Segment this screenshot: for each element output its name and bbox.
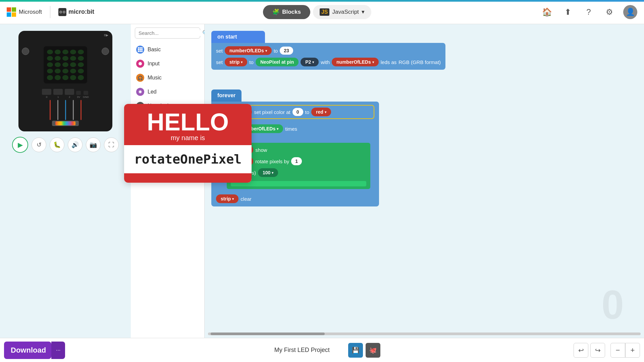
led-3-2 [62, 69, 68, 73]
strip-label-1: strip [229, 59, 239, 65]
github-button[interactable]: 🐙 [366, 343, 380, 358]
pin-row: 0 1 2 3V GND [42, 89, 89, 99]
sound-button[interactable]: 🔊 [68, 137, 83, 152]
redo-button[interactable]: ↪ [590, 343, 605, 358]
input-label: Input [148, 61, 160, 67]
led-4-0 [47, 75, 53, 80]
microbit-logo[interactable]: micro:bit [58, 8, 94, 16]
debug-button[interactable]: 🐛 [50, 137, 64, 152]
home-button[interactable]: 🏠 [540, 5, 554, 19]
num-leds-dropdown2[interactable]: numberOfLEDs ▾ [332, 58, 379, 66]
on-start-body: set numberOfLEDs ▾ to 23 set strip ▾ [211, 43, 445, 70]
user-icon: 👤 [626, 8, 635, 16]
top-navigation: Microsoft micro:bit 🧩 Blocks JS JavaScri… [0, 0, 644, 24]
pin-dropdown[interactable]: P2 ▾ [301, 58, 319, 66]
download-more-button[interactable]: ··· [51, 342, 65, 359]
svg-rect-14 [141, 49, 143, 50]
mb-b-label: B▶ [104, 34, 108, 37]
main-content: B▶ [0, 24, 644, 338]
led-0-2 [62, 50, 68, 54]
led-1-0 [47, 56, 53, 61]
color-dropdown[interactable]: red ▾ [311, 108, 331, 116]
neopixel-at-pin-block[interactable]: NeoPixel at pin [256, 58, 299, 66]
svg-rect-17 [141, 51, 143, 52]
led-2-0 [47, 62, 53, 67]
num-leds-arrow: ▾ [372, 60, 374, 64]
led-1-2 [62, 56, 68, 61]
number-of-leds-label: numberOfLEDs [229, 48, 264, 53]
strip-dropdown-1[interactable]: strip ▾ [225, 58, 247, 66]
zoom-out-button[interactable]: − [610, 343, 625, 358]
led-2-4 [78, 62, 84, 67]
red-color-label: red [316, 109, 323, 115]
pin-3v-col: 3V [76, 91, 81, 99]
save-button[interactable]: 💾 [348, 343, 363, 358]
svg-rect-11 [141, 47, 143, 49]
search-input[interactable] [139, 30, 202, 36]
blocks-tab-button[interactable]: 🧩 Blocks [263, 5, 310, 19]
pin-0 [42, 89, 51, 95]
strip-clear-dropdown[interactable]: strip ▾ [216, 194, 238, 203]
palette-item-basic[interactable]: Basic [131, 43, 204, 57]
led-1-4 [78, 56, 84, 61]
microbit-icon [58, 8, 66, 16]
on-start-header: on start [211, 31, 265, 43]
fullscreen-icon: ⛶ [108, 141, 114, 148]
pin-2-col: 2 [65, 89, 74, 99]
mb-right-btn[interactable] [102, 48, 109, 55]
restart-button[interactable]: ↺ [32, 137, 46, 152]
canvas-scrollbar-thumb[interactable] [211, 333, 325, 335]
canvas-scrollbar[interactable] [208, 333, 641, 335]
to-label-2: to [249, 59, 254, 65]
more-dots-icon: ··· [56, 347, 60, 353]
wire-red2 [80, 100, 82, 120]
clear-row: strip ▾ clear [216, 194, 374, 203]
led-4-3 [70, 75, 76, 80]
blocks-canvas[interactable]: on start set numberOfLEDs ▾ to 23 [205, 24, 644, 338]
number-of-leds-dropdown[interactable]: numberOfLEDs ▾ [225, 46, 272, 55]
set-label-2: set [216, 59, 223, 65]
simulator-panel: B▶ [0, 24, 131, 338]
svg-rect-13 [140, 49, 141, 50]
settings-button[interactable]: ⚙ [602, 5, 616, 19]
screenshot-button[interactable]: 📷 [86, 137, 101, 152]
download-area: Download ··· [4, 342, 65, 359]
leds-as-label: leds as [381, 59, 397, 65]
wire-gray2 [73, 100, 74, 120]
svg-rect-9 [138, 47, 139, 49]
pin-2 [65, 89, 74, 95]
play-button[interactable]: ▶ [12, 137, 28, 153]
mb-left-btn[interactable] [22, 48, 29, 55]
palette-item-input[interactable]: Input [131, 57, 204, 71]
palette-item-music[interactable]: 🎧 Music [131, 71, 204, 85]
on-start-label: on start [217, 34, 237, 40]
led-3-4 [78, 69, 84, 73]
download-button[interactable]: Download [4, 342, 51, 359]
javascript-tab-button[interactable]: JS JavaScript ▾ [313, 5, 371, 19]
fullscreen-button[interactable]: ⛶ [104, 137, 119, 152]
blocks-puzzle-icon: 🧩 [272, 8, 279, 15]
music-label: Music [148, 75, 162, 81]
undo-button[interactable]: ↩ [574, 343, 588, 358]
search-bar: 🔍 [135, 27, 200, 39]
zoom-in-button[interactable]: + [625, 343, 640, 358]
help-button[interactable]: ? [582, 5, 596, 19]
rotate-value[interactable]: 1 [291, 157, 302, 165]
svg-rect-12 [138, 49, 139, 50]
leds-count-value[interactable]: 23 [280, 47, 293, 55]
project-name-input[interactable] [258, 347, 345, 354]
palette-item-led[interactable]: Led [131, 85, 204, 99]
hello-badge-bottom [124, 173, 252, 183]
pixel-index-value[interactable]: 0 [292, 108, 303, 116]
microsoft-label: Microsoft [19, 9, 42, 15]
microsoft-logo[interactable]: Microsoft [7, 7, 42, 17]
pause-value-dropdown[interactable]: 100 ▾ [258, 168, 278, 177]
user-avatar-button[interactable]: 👤 [623, 5, 637, 19]
hello-badge-top: HELLO my name is [124, 104, 252, 145]
pin-3v [76, 91, 81, 95]
color-arrow: ▾ [325, 110, 326, 114]
hello-badge-overlay: HELLO my name is rotateOnePixel [124, 104, 252, 183]
share-button[interactable]: ⬆ [561, 5, 575, 19]
strip-clear-label: strip [221, 196, 231, 201]
sound-icon: 🔊 [71, 141, 79, 148]
